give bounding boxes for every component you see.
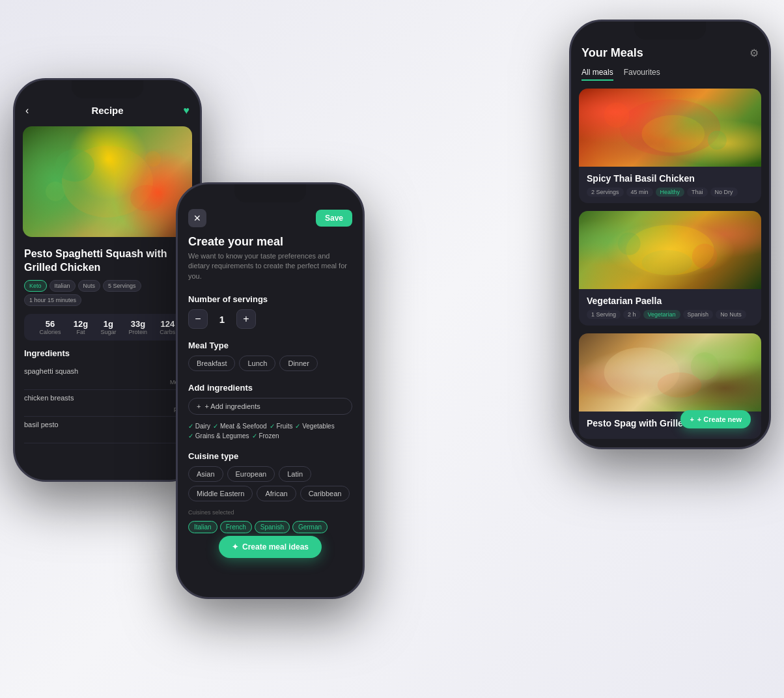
tag-keto: Keto [24,280,47,292]
cuisine-spanish[interactable]: Spanish [255,521,290,533]
create-meal-subtitle: We want to know your taste preferences a… [178,251,363,289]
meal-name-paella: Vegetarian Paella [587,296,753,306]
pill-lunch[interactable]: Lunch [239,356,275,371]
meal-card-thai[interactable]: Spicy Thai Basil Chicken 2 Servings 45 m… [579,89,761,203]
tag-spanish: Spanish [683,310,714,319]
heart-icon[interactable]: ♥ [184,105,190,117]
pill-african[interactable]: African [257,486,296,501]
nutrition-sugar: 1g Sugar [100,319,116,335]
tag-vegetarian: Vegetarian [643,310,680,319]
add-ingredients-text: + Add ingredients [204,402,260,410]
svg-point-6 [604,102,630,128]
cuisine-german[interactable]: German [292,521,328,533]
pill-latin[interactable]: Latin [279,466,311,482]
create-meal-fab[interactable]: ✦ Create meal ideas [219,536,322,558]
tab-favourites[interactable]: Favourites [624,68,660,81]
svg-point-15 [658,372,702,398]
tag-servings-paella: 1 Serving [587,310,621,319]
scene: ‹ Recipe ♥ Pesto Spaghetti Squash with [0,0,784,698]
pill-middle-eastern[interactable]: Middle Eastern [188,486,253,501]
recipe-image-inner [23,126,192,237]
create-meal-fab-label: Create meal ideas [242,542,309,551]
tag-nodry-thai: No Dry [710,188,738,197]
tag-servings: 5 Servings [103,280,141,292]
recipe-title-header: Recipe [91,105,123,116]
meal-image-pesto [579,333,761,412]
svg-point-12 [642,250,692,275]
ingredient-row-1: spaghetti squash 2 Medium [24,363,191,390]
save-button[interactable]: Save [316,210,352,227]
tag-time: 1 hour 15 minutes [24,294,81,306]
meal-type-group: Breakfast Lunch Dinner [178,356,363,378]
meal-name-thai: Spicy Thai Basil Chicken [587,173,753,184]
svg-point-11 [692,244,718,269]
svg-point-2 [130,185,163,211]
cuisine-pill-group: Asian European Latin Middle Eastern Afri… [178,466,363,508]
meal-tags-paella: 1 Serving 2 h Vegetarian Spanish No Nuts [587,310,753,319]
nutrition-grid: 56 Calories 12g Fat 1g Sugar 33g Protein… [24,314,191,341]
create-new-fab[interactable]: + + Create new [680,410,751,428]
meal-tags-thai: 2 Servings 45 min Healthy Thai No Dry [587,188,753,197]
screen-create-meal: ✕ Save Create your meal We want to know … [178,184,363,597]
meals-tabs: All meals Favourites [571,68,769,89]
screen-recipe: ‹ Recipe ♥ Pesto Spaghetti Squash with [15,80,200,480]
tag-healthy-thai: Healthy [656,188,685,197]
add-ingredients-button[interactable]: + + Add ingredients [188,398,352,415]
tag-nuts: Nuts [78,280,101,292]
meals-screen-title: Your Meals [581,46,643,60]
pill-dinner[interactable]: Dinner [279,356,317,371]
meal-type-label: Meal Type [178,335,363,356]
svg-point-8 [642,115,705,153]
phone-recipe: ‹ Recipe ♥ Pesto Spaghetti Squash with [13,78,202,482]
create-meal-title: Create your meal [178,235,363,251]
ingredient-row-2: chicken breasts 5 pieces [24,390,191,417]
check-frozen: Frozen [252,432,279,440]
increment-button[interactable]: + [236,309,256,329]
check-dairy: Dairy [188,423,210,430]
pill-caribbean[interactable]: Caribbean [300,486,350,501]
svg-point-14 [691,352,718,380]
decrement-button[interactable]: − [188,309,208,329]
tab-all-meals[interactable]: All meals [581,68,613,81]
check-vegetables: Vegetables [295,423,334,430]
back-icon[interactable]: ‹ [25,105,29,117]
tag-italian: Italian [49,280,76,292]
check-fruits: Fruits [270,423,293,430]
close-button[interactable]: ✕ [188,209,206,227]
thai-food-image [579,89,761,167]
svg-point-3 [46,182,65,201]
tag-servings-thai: 2 Servings [587,188,624,197]
add-ingredients-label: Add ingredients [178,378,363,398]
pill-breakfast[interactable]: Breakfast [188,356,235,371]
pill-asian[interactable]: Asian [188,466,223,482]
meal-card-paella[interactable]: Vegetarian Paella 1 Serving 2 h Vegetari… [579,211,761,326]
recipe-image [23,126,192,237]
meal-image-thai [579,89,761,167]
ingredient-checks: Dairy Meat & Seefood Fruits Vegetables G… [178,420,363,446]
paella-food-image [579,211,761,289]
tag-thai: Thai [687,188,708,197]
ingredients-section: Ingredients spaghetti squash 2 Medium ch… [15,343,200,449]
screen-your-meals: Your Meals ⚙ All meals Favourites [571,21,769,447]
svg-point-10 [618,232,641,255]
cuisine-french[interactable]: French [220,521,252,533]
cuisine-italian[interactable]: Italian [188,521,217,533]
recipe-tags: Keto Italian Nuts 5 Servings 1 hour 15 m… [15,277,200,311]
meal-info-thai: Spicy Thai Basil Chicken 2 Servings 45 m… [579,167,761,203]
nutrition-carbs: 124 Carbs [160,319,175,335]
notch-right [634,21,706,40]
cuisines-selected-label: Cuisines selected [178,508,363,518]
pesto-food-image [579,333,761,412]
sparkle-icon: ✦ [232,542,238,551]
pill-european[interactable]: European [227,466,275,482]
servings-value: 1 [216,314,229,325]
notch-left [72,80,143,98]
phone-create-meal: ✕ Save Create your meal We want to know … [176,182,365,599]
tag-time-thai: 45 min [626,188,653,197]
servings-control: − 1 + [178,309,363,335]
settings-icon[interactable]: ⚙ [749,47,759,59]
recipe-dish-title: Pesto Spaghetti Squash with Grilled Chic… [15,242,200,277]
meal-card-pesto[interactable]: Pesto Spag with Grilled Chicken + + Crea… [579,333,761,439]
ingredient-row-3: basil pesto 1 cup [24,417,191,443]
create-new-label: + Create new [697,415,742,423]
